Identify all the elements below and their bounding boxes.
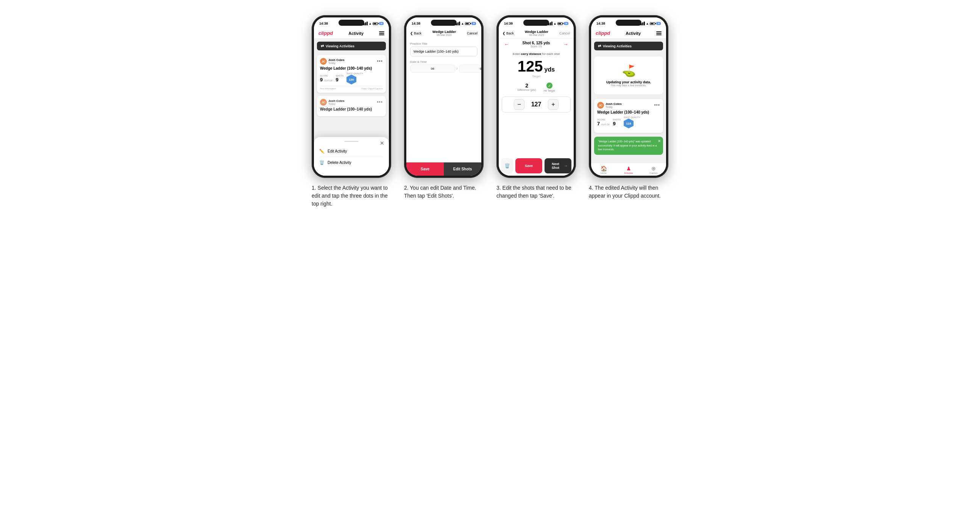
- card-header-2: JC Josh Coles Today •••: [320, 99, 383, 106]
- form-nav-2: ❮ Back Wedge Ladder 06 Mar 2023 Cancel: [406, 28, 481, 38]
- shot-title-group: Shot 6, 125 yds Score 7/9: [523, 41, 550, 48]
- badge-1: 38: [379, 22, 383, 25]
- edit-shots-button-2[interactable]: Edit Shots: [444, 162, 481, 176]
- activity-card-4[interactable]: JC Josh Coles Today ••• Wedge Ladder (10…: [594, 99, 663, 133]
- activity-card-2[interactable]: JC Josh Coles Today ••• Wedge Ladder (10…: [317, 96, 386, 116]
- practice-label-2: Practice Title: [410, 42, 477, 45]
- edit-activity-item[interactable]: ✏️ Edit Activity: [319, 146, 383, 157]
- capture-label-4: Capture: [649, 172, 657, 174]
- phone-column-2: 14:38 ▲ 38 ❮ Back: [402, 15, 485, 200]
- difference-group-3: 2 Difference (yds): [517, 83, 536, 92]
- quality-value-4: 118: [626, 122, 631, 125]
- back-button-3[interactable]: ❮ Back: [503, 32, 514, 35]
- dots-menu-1[interactable]: •••: [377, 59, 383, 64]
- next-shot-button-3[interactable]: Next Shot →: [544, 158, 571, 173]
- badge-2: 38: [471, 22, 476, 25]
- shot-content-3: Enter carry distance for each shot 125 y…: [499, 49, 574, 156]
- back-button-2[interactable]: ❮ Back: [410, 32, 422, 35]
- phone-notch-2: [431, 20, 457, 26]
- stat-outof-1: OUT OF: [324, 79, 333, 82]
- save-shot-button-3[interactable]: Save: [515, 158, 542, 173]
- phones-row: 14:38 ▲ 38 clippd: [310, 15, 670, 208]
- sheet-close-1[interactable]: ✕: [380, 140, 384, 146]
- day-input-2[interactable]: [410, 65, 455, 73]
- hit-target-label-3: Hit Target: [544, 89, 555, 92]
- score-group-4: Score 7 OUT OF: [597, 119, 610, 127]
- status-icons-2: ▲ 38: [454, 22, 476, 25]
- content-4: ⇄ Viewing Activities ⛳ Updating your act…: [591, 39, 666, 163]
- battery-fill-3: [558, 23, 561, 24]
- golf-flag-icon: ⛳: [622, 64, 636, 77]
- activity-title-1: Wedge Ladder (100–140 yds): [320, 66, 383, 70]
- practice-input-2[interactable]: [410, 46, 477, 56]
- home-label-4: Home: [601, 172, 607, 174]
- sb3-4: [551, 22, 552, 25]
- user-date-2: Today: [328, 103, 345, 105]
- dots-menu-2[interactable]: •••: [377, 100, 383, 105]
- toast-close-4[interactable]: ✕: [658, 138, 661, 144]
- caption-2: 2. You can edit Date and Time. Then tap …: [404, 184, 484, 200]
- month-input-2[interactable]: [459, 65, 481, 73]
- stepper-value-3: 127: [527, 101, 546, 108]
- save-button-2[interactable]: Save: [406, 162, 444, 176]
- wifi-icon-4: ▲: [646, 22, 649, 25]
- hamburger-line-3: [379, 35, 384, 35]
- delete-activity-item[interactable]: 🗑️ Delete Activity: [319, 157, 383, 168]
- status-icons-4: ▲ 38: [639, 22, 661, 25]
- avatar-4: JC: [597, 102, 604, 109]
- wifi-icon-1: ▲: [369, 22, 372, 25]
- next-shot-label-3: Next Shot: [548, 162, 563, 170]
- delete-shot-button-3[interactable]: 🗑️: [501, 158, 513, 173]
- hit-target-check-3: ✓: [546, 83, 552, 89]
- distance-unit-3: yds: [544, 66, 555, 73]
- success-toast-4: "Wedge Ladder (100–140 yds)" was updated…: [594, 137, 663, 155]
- user-name-date-2: Josh Coles Today: [328, 99, 345, 105]
- tab-home-4[interactable]: 🏠 Home: [591, 165, 616, 174]
- edit-icon: ✏️: [319, 149, 325, 154]
- big-distance-group: 125 yds: [518, 59, 555, 74]
- signal-bar-3: [365, 22, 366, 25]
- user-date-4: Today: [606, 106, 622, 108]
- h4-line-1: [656, 32, 662, 32]
- score-value-1: 9 OUT OF: [320, 77, 332, 83]
- battery-2: [465, 22, 470, 25]
- decrement-button-3[interactable]: −: [514, 99, 525, 110]
- bottom-sheet-1: ✕ ✏️ Edit Activity 🗑️ Delete Activity: [314, 137, 389, 176]
- prev-shot-btn[interactable]: ←: [504, 41, 509, 47]
- tab-activities-4[interactable]: ♟ Activities: [616, 165, 641, 174]
- battery-4: [650, 22, 655, 25]
- increment-button-3[interactable]: +: [548, 99, 558, 110]
- hamburger-4[interactable]: [656, 32, 662, 35]
- badge-4: 38: [656, 22, 661, 25]
- status-time-1: 14:38: [319, 22, 328, 25]
- tab-capture-4[interactable]: ⊕ Capture: [641, 165, 666, 174]
- app-header-1: clippd Activity: [314, 28, 389, 39]
- phone-notch-4: [616, 20, 641, 26]
- phone-1: 14:38 ▲ 38 clippd: [312, 15, 391, 178]
- cancel-button-2[interactable]: Cancel: [467, 32, 477, 35]
- viewing-banner-1: ⇄ Viewing Activities: [317, 42, 386, 50]
- cancel-button-3[interactable]: Cancel: [559, 32, 570, 35]
- battery-fill-4: [651, 23, 654, 24]
- dots-menu-4[interactable]: •••: [654, 103, 660, 108]
- updating-section-4: ⛳ Updating your activity data. This may …: [594, 56, 663, 94]
- activity-title-2: Wedge Ladder (100–140 yds): [320, 107, 383, 111]
- quality-badge-4: 118: [624, 119, 633, 129]
- activity-card-1[interactable]: JC Josh Coles Today ••• Wedge Ladder (10…: [317, 55, 386, 93]
- badge-3: 38: [564, 22, 568, 25]
- activities-icon-4: ♟: [626, 165, 631, 171]
- quality-group-1: Shot Quality 130: [347, 72, 363, 84]
- sb4: [459, 22, 460, 25]
- toast-text-4: "Wedge Ladder (100–140 yds)" was updated…: [598, 140, 657, 151]
- logo-1: clippd: [318, 30, 333, 36]
- user-name-date-4: Josh Coles Today: [606, 102, 622, 108]
- caption-3: 3. Edit the shots that need to be change…: [496, 184, 576, 200]
- target-label-3: Target: [532, 75, 540, 78]
- user-name-2: Josh Coles: [328, 99, 345, 103]
- shot-title-3: Shot 6, 125 yds: [523, 41, 550, 45]
- phone-3: 14:39 ▲ 38 ❮ Back: [496, 15, 576, 178]
- battery-fill-2: [466, 23, 469, 24]
- hamburger-1[interactable]: [379, 32, 384, 35]
- user-name-date-1: Josh Coles Today: [328, 58, 345, 64]
- next-shot-arrow-btn[interactable]: →: [563, 41, 568, 47]
